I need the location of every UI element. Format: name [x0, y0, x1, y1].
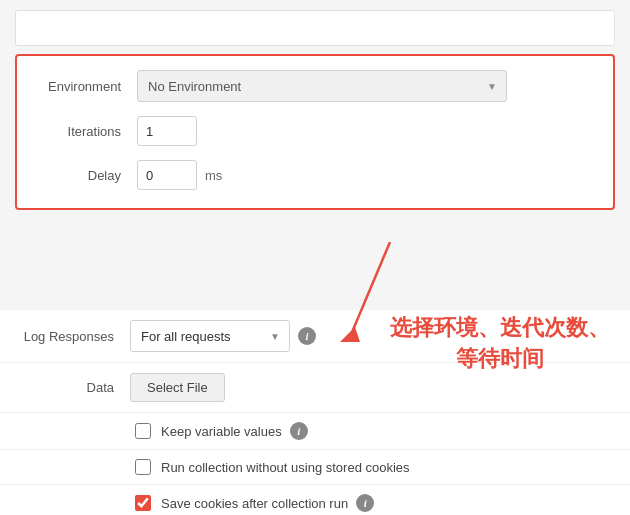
- save-cookies-row: Save cookies after collection run i: [0, 485, 630, 515]
- environment-label: Environment: [37, 79, 137, 94]
- top-bar: [15, 10, 615, 46]
- keep-variable-label: Keep variable values: [161, 424, 282, 439]
- save-cookies-checkbox[interactable]: [135, 495, 151, 511]
- save-cookies-info-icon[interactable]: i: [356, 494, 374, 512]
- run-without-cookies-checkbox[interactable]: [135, 459, 151, 475]
- delay-label: Delay: [37, 168, 137, 183]
- log-responses-row: Log Responses For all requestsOn errorNe…: [0, 310, 630, 363]
- log-responses-info-icon[interactable]: i: [298, 327, 316, 345]
- keep-variable-checkbox[interactable]: [135, 423, 151, 439]
- keep-variable-row: Keep variable values i: [0, 413, 630, 450]
- data-row: Data Select File: [0, 363, 630, 413]
- iterations-label: Iterations: [37, 124, 137, 139]
- run-without-cookies-label: Run collection without using stored cook…: [161, 460, 410, 475]
- environment-row: Environment No Environment: [37, 70, 593, 102]
- select-file-button[interactable]: Select File: [130, 373, 225, 402]
- log-responses-select[interactable]: For all requestsOn errorNever: [130, 320, 290, 352]
- run-without-cookies-row: Run collection without using stored cook…: [0, 450, 630, 485]
- environment-select-wrapper: No Environment: [137, 70, 507, 102]
- settings-section: Environment No Environment Iterations De…: [0, 54, 630, 210]
- delay-row: Delay ms: [37, 160, 593, 190]
- keep-variable-info-icon[interactable]: i: [290, 422, 308, 440]
- data-label: Data: [15, 380, 130, 395]
- iterations-row: Iterations: [37, 116, 593, 146]
- iterations-input[interactable]: [137, 116, 197, 146]
- environment-settings-box: Environment No Environment Iterations De…: [15, 54, 615, 210]
- environment-select[interactable]: No Environment: [137, 70, 507, 102]
- log-responses-label: Log Responses: [15, 329, 130, 344]
- save-cookies-label: Save cookies after collection run: [161, 496, 348, 511]
- delay-unit: ms: [205, 168, 222, 183]
- delay-input[interactable]: [137, 160, 197, 190]
- log-responses-select-wrapper: For all requestsOn errorNever: [130, 320, 290, 352]
